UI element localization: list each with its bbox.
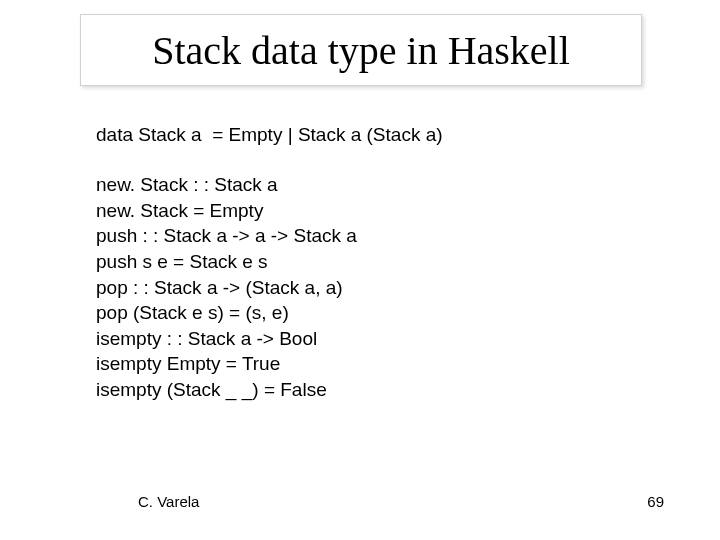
code-line: push s e = Stack e s [96,249,357,275]
code-line: new. Stack : : Stack a [96,172,357,198]
slide: Stack data type in Haskell data Stack a … [0,0,720,540]
code-line: isempty Empty = True [96,351,357,377]
code-line: data Stack a = Empty | Stack a (Stack a) [96,124,443,145]
title-container: Stack data type in Haskell [80,14,642,86]
code-line: push : : Stack a -> a -> Stack a [96,223,357,249]
code-line: isempty (Stack _ _) = False [96,377,357,403]
code-line: isempty : : Stack a -> Bool [96,326,357,352]
footer-page-number: 69 [647,493,664,510]
data-declaration: data Stack a = Empty | Stack a (Stack a) [96,122,443,148]
footer-author: C. Varela [138,493,199,510]
code-line: pop : : Stack a -> (Stack a, a) [96,275,357,301]
code-line: new. Stack = Empty [96,198,357,224]
slide-title: Stack data type in Haskell [152,27,570,74]
code-line: pop (Stack e s) = (s, e) [96,300,357,326]
code-block: new. Stack : : Stack a new. Stack = Empt… [96,172,357,403]
